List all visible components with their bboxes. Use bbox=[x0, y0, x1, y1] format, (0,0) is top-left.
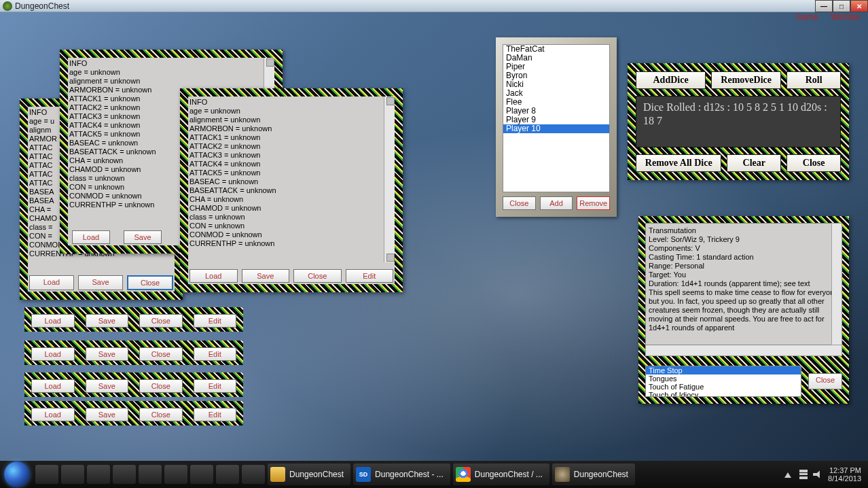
players-list[interactable]: TheFatCatDaManPiperByronNickiJackFleePla… bbox=[503, 44, 610, 192]
edit-button[interactable]: Edit bbox=[346, 269, 394, 283]
taskbar: DungeonChest SDDungeonChest - ... Dungeo… bbox=[0, 461, 868, 488]
scrollbar[interactable] bbox=[384, 97, 395, 262]
scrollbar-horizontal[interactable] bbox=[645, 345, 842, 356]
close-button[interactable]: Close bbox=[808, 373, 842, 389]
spell-list-item[interactable]: Time Stop bbox=[646, 366, 801, 374]
load-button[interactable]: Load bbox=[31, 314, 75, 328]
spell-panel: Transmutation Level: Sor/Wiz 9, Trickery… bbox=[638, 216, 849, 404]
maximize-button[interactable]: □ bbox=[833, 0, 850, 12]
close-button[interactable]: Close bbox=[503, 196, 536, 210]
pinned-icon[interactable] bbox=[61, 465, 84, 484]
pinned-icon[interactable] bbox=[242, 465, 265, 484]
start-button[interactable] bbox=[4, 461, 30, 487]
pinned-icon[interactable] bbox=[139, 465, 162, 484]
spell-list-item[interactable]: Tongues bbox=[646, 374, 801, 383]
clear-button[interactable]: Clear bbox=[727, 154, 781, 172]
load-button[interactable]: Load bbox=[31, 408, 75, 421]
close-button[interactable]: Close bbox=[139, 379, 183, 393]
save-button[interactable]: Save bbox=[86, 314, 129, 328]
player-list-item[interactable]: Player 10 bbox=[503, 124, 609, 133]
add-button[interactable]: Add bbox=[540, 196, 573, 210]
menu-window[interactable]: Window bbox=[831, 12, 860, 22]
taskbar-item[interactable]: SDDungeonChest - ... bbox=[353, 464, 450, 485]
folder-icon bbox=[270, 467, 285, 482]
close-button[interactable]: Close bbox=[139, 314, 183, 328]
network-icon[interactable] bbox=[799, 470, 808, 479]
speaker-icon[interactable] bbox=[813, 470, 822, 479]
close-button[interactable]: Close bbox=[293, 269, 342, 283]
save-button[interactable]: Save bbox=[124, 230, 162, 244]
close-button[interactable]: Close bbox=[127, 275, 173, 290]
edit-button[interactable]: Edit bbox=[194, 408, 237, 421]
scrollbar[interactable] bbox=[831, 223, 842, 345]
app-icon bbox=[3, 1, 12, 11]
taskbar-item[interactable]: DungeonChest bbox=[552, 464, 635, 485]
minimize-button[interactable]: — bbox=[815, 0, 833, 12]
window-title: DungeonChest bbox=[15, 1, 69, 11]
remove-dice-button[interactable]: RemoveDice bbox=[711, 71, 781, 89]
edit-button[interactable]: Edit bbox=[194, 314, 237, 328]
chrome-icon bbox=[456, 467, 471, 482]
edit-button[interactable]: Edit bbox=[194, 379, 237, 393]
close-button[interactable]: Close bbox=[139, 347, 183, 361]
spell-description[interactable]: Transmutation Level: Sor/Wiz 9, Trickery… bbox=[645, 223, 842, 345]
clock[interactable]: 12:37 PM 8/14/2013 bbox=[828, 466, 861, 483]
close-button[interactable]: Close bbox=[786, 154, 841, 172]
tray-overflow-icon[interactable] bbox=[784, 471, 791, 478]
window-titlebar: DungeonChest — □ ✕ bbox=[0, 0, 868, 12]
roll-button[interactable]: Roll bbox=[786, 71, 841, 89]
taskbar-item[interactable]: DungeonChest / ... bbox=[453, 464, 549, 485]
app-icon bbox=[555, 467, 570, 482]
taskbar-item[interactable]: DungeonChest bbox=[268, 464, 350, 485]
pinned-icon[interactable] bbox=[190, 465, 213, 484]
dice-output: Dice Rolled : d12s : 10 5 8 2 5 1 10 d20… bbox=[636, 96, 841, 147]
players-panel: TheFatCatDaManPiperByronNickiJackFleePla… bbox=[496, 37, 617, 217]
sd-icon: SD bbox=[356, 467, 371, 482]
add-dice-button[interactable]: AddDice bbox=[636, 71, 706, 89]
pinned-icon[interactable] bbox=[216, 465, 239, 484]
remove-all-dice-button[interactable]: Remove All Dice bbox=[636, 154, 721, 172]
spell-list[interactable]: Time StopTonguesTouch of FatigueTouch of… bbox=[645, 366, 801, 397]
pinned-icon[interactable] bbox=[35, 465, 58, 484]
menu-bar: Game Window bbox=[0, 12, 868, 26]
load-button[interactable]: Load bbox=[189, 269, 238, 283]
pinned-icon[interactable] bbox=[164, 465, 187, 484]
save-button[interactable]: Save bbox=[78, 275, 123, 290]
spell-list-item[interactable]: Touch of Idiocy bbox=[646, 391, 801, 397]
pinned-icon[interactable] bbox=[113, 465, 136, 484]
spell-list-item[interactable]: Touch of Fatigue bbox=[646, 383, 801, 391]
load-button[interactable]: Load bbox=[31, 347, 75, 361]
menu-game[interactable]: Game bbox=[796, 12, 818, 22]
load-button[interactable]: Load bbox=[29, 275, 74, 290]
save-button[interactable]: Save bbox=[242, 269, 290, 283]
close-button[interactable]: Close bbox=[139, 408, 183, 421]
save-button[interactable]: Save bbox=[86, 379, 129, 393]
close-window-button[interactable]: ✕ bbox=[850, 0, 868, 12]
dice-panel: AddDice RemoveDice Roll Dice Rolled : d1… bbox=[628, 63, 849, 180]
system-tray: 12:37 PM 8/14/2013 bbox=[784, 466, 868, 483]
remove-button[interactable]: Remove bbox=[577, 196, 610, 210]
save-button[interactable]: Save bbox=[86, 347, 129, 361]
edit-button[interactable]: Edit bbox=[194, 347, 237, 361]
save-button[interactable]: Save bbox=[86, 408, 129, 421]
load-button[interactable]: Load bbox=[72, 230, 110, 244]
load-button[interactable]: Load bbox=[31, 379, 75, 393]
pinned-icon[interactable] bbox=[87, 465, 110, 484]
character-sheet-text[interactable]: INFO age = unknown alignment = unknown A… bbox=[188, 97, 384, 262]
